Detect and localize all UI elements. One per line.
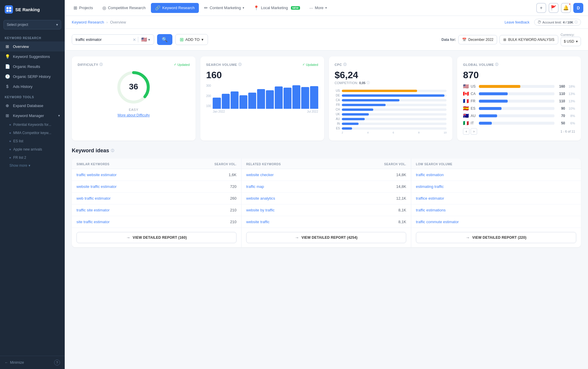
sidebar-sub-mma[interactable]: MMA Competitor keyw... xyxy=(0,129,65,137)
ki-keyword-link[interactable]: website analytics xyxy=(246,196,396,201)
sidebar-item-serp-history[interactable]: 🕐 Organic SERP History xyxy=(0,71,65,81)
sidebar-sub-apple[interactable]: Apple new arrivals xyxy=(0,145,65,153)
cpc-comp-info-icon[interactable]: ⓘ xyxy=(367,81,370,85)
gv-number: 110 xyxy=(556,92,565,96)
gv-percent: 10% xyxy=(567,107,575,110)
ki-view-report-button-related[interactable]: → VIEW DETAILED REPORT (4254) xyxy=(246,232,406,243)
breadcrumb-bar: Keyword Research › Overview Leave feedba… xyxy=(65,16,588,29)
ki-keyword-link[interactable]: traffice estimator xyxy=(416,196,576,201)
ki-keyword-link[interactable]: site traffic estimator xyxy=(76,220,230,224)
sidebar-item-suggestions[interactable]: 💡 Keyword Suggestions xyxy=(0,51,65,61)
ki-keyword-link[interactable]: traffic site estimator xyxy=(76,208,230,212)
ki-keyword-link[interactable]: website traffic xyxy=(246,220,398,224)
gv-info-icon[interactable]: ⓘ xyxy=(495,62,499,67)
ki-row: traffic map 14,8K xyxy=(241,181,411,193)
add-button[interactable]: + xyxy=(536,3,546,13)
keyword-ideas-title: Keyword ideas ⓘ xyxy=(72,148,581,154)
gv-bar-track xyxy=(479,100,554,103)
leave-feedback-link[interactable]: Leave feedback xyxy=(504,20,529,24)
search-button[interactable]: 🔍 xyxy=(157,34,172,45)
ki-keyword-link[interactable]: estimating traffic xyxy=(416,184,576,189)
ki-view-report-button-low_volume[interactable]: → VIEW DETAILED REPORT (220) xyxy=(416,232,576,243)
chevron-down-icon: ▾ xyxy=(201,37,204,42)
ki-info-icon[interactable]: ⓘ xyxy=(111,148,114,153)
gv-next-button[interactable]: › xyxy=(471,128,477,135)
nav-keyword[interactable]: 🔗 Keyword Research xyxy=(151,3,199,13)
ki-view-report-button-similar[interactable]: → VIEW DETAILED REPORT (160) xyxy=(76,232,236,243)
ki-keyword-link[interactable]: traffic map xyxy=(246,184,396,189)
ki-keyword-link[interactable]: traffic website estimator xyxy=(76,173,229,177)
nav-projects[interactable]: ⊞ Projects xyxy=(69,3,97,13)
bulk-keyword-button[interactable]: ⊞ BULK KEYWORD ANALYSIS xyxy=(499,35,558,44)
cpc-info-icon[interactable]: ⓘ xyxy=(343,62,347,67)
sv-bar xyxy=(301,87,309,109)
breadcrumb-root[interactable]: Keyword Research xyxy=(72,20,104,24)
project-select[interactable]: Select project ▾ xyxy=(4,20,61,29)
ki-row: traffic website estimator 1,6K xyxy=(72,169,241,181)
sv-bar xyxy=(292,85,300,109)
currency-label: Currency: xyxy=(561,33,575,36)
ki-row: site traffic estimator 210 xyxy=(72,216,241,228)
sidebar-sub-fr-list[interactable]: FR list 2 xyxy=(0,153,65,162)
more-about-difficulty-link[interactable]: More about Difficulty xyxy=(78,113,190,117)
notification-dot xyxy=(569,3,571,5)
gv-number: 50 xyxy=(556,121,565,125)
gv-bar-fill xyxy=(479,85,520,88)
svg-text:36: 36 xyxy=(129,82,138,91)
currency-selector[interactable]: $ USD ▾ xyxy=(561,37,581,46)
date-picker-button[interactable]: 📅 December 2022 xyxy=(458,35,497,44)
gv-bar-track xyxy=(479,85,554,88)
nav-content[interactable]: ✏ Content Marketing ▾ xyxy=(200,3,248,13)
ki-row: website checker 14,8K xyxy=(241,169,411,181)
search-input[interactable] xyxy=(72,35,131,44)
nav-competitive[interactable]: ◎ Competitive Research xyxy=(98,3,150,13)
cpc-bar-row: FR xyxy=(335,103,447,106)
nav-local[interactable]: 📍 Local Marketing NEW xyxy=(249,3,304,13)
sidebar-item-overview[interactable]: ⊞ Overview xyxy=(0,41,65,51)
info-icon[interactable]: ⓘ xyxy=(574,20,578,24)
user-avatar[interactable]: D xyxy=(573,3,583,13)
sidebar-item-kw-manager[interactable]: ⊞ Keyword Manager ▾ xyxy=(0,111,65,121)
nav-more[interactable]: ··· More ▾ xyxy=(305,3,331,13)
ki-keyword-link[interactable]: website by traffic xyxy=(246,208,398,212)
help-button[interactable]: ? xyxy=(54,360,60,365)
sv-bar xyxy=(239,95,247,109)
ki-keyword-link[interactable]: traffic estimation xyxy=(416,173,576,177)
sidebar-sub-potential[interactable]: Potential Keywords for... xyxy=(0,121,65,129)
sidebar-item-ads-history[interactable]: $ Ads History xyxy=(0,81,65,91)
data-for-section: Data for: 📅 December 2022 ⊞ BULK KEYWORD… xyxy=(442,33,581,46)
ki-keyword-link[interactable]: web traffic estimator xyxy=(76,196,230,201)
ki-keyword-link[interactable]: traffic estimations xyxy=(416,208,576,212)
sidebar-item-expand-db[interactable]: ⊕ Expand Database xyxy=(0,101,65,111)
ki-keyword-link[interactable]: website checker xyxy=(246,173,396,177)
flag-button[interactable]: 🚩 xyxy=(549,3,559,13)
gv-bar-track xyxy=(479,92,554,95)
minimize-button[interactable]: ← Minimize xyxy=(5,360,24,365)
search-engine-selector[interactable]: 🇺🇸 ▾ xyxy=(138,37,153,42)
gv-flag-icon: 🇪🇸 xyxy=(463,106,469,111)
gv-pagination: ‹ › 1 - 6 of 11 xyxy=(463,128,575,135)
gv-prev-button[interactable]: ‹ xyxy=(463,128,469,135)
gv-percent: 8% xyxy=(567,114,575,118)
ki-vol-value: 14,8K xyxy=(396,184,406,189)
sidebar-bottom: ← Minimize ? xyxy=(0,356,65,369)
bulk-icon: ⊞ xyxy=(503,38,506,42)
sv-bar xyxy=(248,93,256,109)
add-to-button[interactable]: ⊞ ADD TO ▾ xyxy=(175,34,208,45)
gv-bar-fill xyxy=(479,100,508,103)
ki-column-related: RELATED KEYWORDS SEARCH VOL. website che… xyxy=(241,158,411,247)
difficulty-info-icon[interactable]: ⓘ xyxy=(99,62,103,67)
ki-keyword-link[interactable]: website traffic estimator xyxy=(76,184,230,189)
arrow-right-icon: → xyxy=(295,235,299,240)
ki-keyword-link[interactable]: traffic commute estimator xyxy=(416,220,576,224)
sidebar: SE Ranking Select project ▾ KEYWORD RESE… xyxy=(0,0,65,369)
clear-search-icon[interactable]: ✕ xyxy=(131,37,138,42)
sidebar-item-organic[interactable]: 📄 Organic Results xyxy=(0,61,65,71)
arrow-right-icon: → xyxy=(126,235,130,240)
notification-button[interactable]: 🔔 xyxy=(561,3,571,13)
sv-info-icon[interactable]: ⓘ xyxy=(238,62,242,67)
gv-bar-fill xyxy=(479,107,502,110)
sidebar-sub-es-list[interactable]: ES list xyxy=(0,137,65,145)
show-more-button[interactable]: Show more ▾ xyxy=(0,162,65,169)
cpc-bar-track xyxy=(342,113,447,116)
